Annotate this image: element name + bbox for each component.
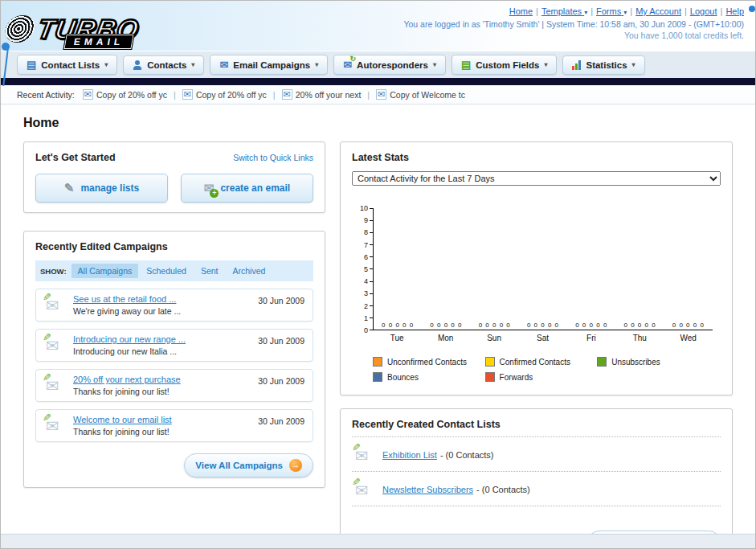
chevron-down-icon: ▾: [584, 9, 587, 16]
chart-y-axis: 10 9 8 7 6 5 4 3 2 1 0: [353, 208, 373, 330]
list-edit-icon: ✉✎: [353, 479, 374, 498]
top-links: Home|Templates ▾|Forms ▾|My Account|Logo…: [403, 6, 744, 16]
envelope-icon: ✉: [182, 89, 193, 100]
recent-activity-item[interactable]: ✉Copy of Welcome tc: [376, 89, 465, 100]
arrow-right-icon: →: [289, 459, 302, 472]
envelope-icon: ✉: [376, 89, 386, 100]
campaign-list-item[interactable]: ✉✎ See us at the retail food ... We're g…: [35, 289, 313, 322]
contact-lists-icon: ▤: [27, 59, 36, 70]
chart-x-axis: Tue Mon Sun Sat Fri Thu Wed: [373, 334, 713, 342]
contact-list-count: - (0 Contacts): [476, 485, 530, 494]
top-link-logout[interactable]: Logout: [690, 6, 717, 16]
campaign-title-link[interactable]: See us at the retail food ...: [73, 294, 250, 304]
chevron-down-icon: ▾: [623, 9, 627, 16]
logo-swoosh-icon: [2, 15, 37, 43]
custom-fields-icon: ▤: [461, 59, 471, 70]
recent-contact-lists-panel: Recently Created Contact Lists ✉✎ Exhibi…: [340, 408, 733, 549]
contact-list-count: - (0 Contacts): [440, 450, 494, 460]
nav-tab-contacts[interactable]: Contacts ▾: [123, 55, 204, 75]
stats-title: Latest Stats: [352, 152, 721, 163]
campaign-date: 30 Jun 2009: [258, 416, 304, 436]
recent-activity-item[interactable]: ✉20% off your next: [282, 89, 362, 100]
app-logo: TURBO EMAIL: [6, 4, 139, 51]
page-title: Home: [23, 116, 733, 130]
campaign-edit-icon: ✉✎: [44, 334, 65, 354]
legend-item: Unsubscribes: [597, 357, 709, 367]
campaign-subtitle: We're giving away our late ...: [73, 306, 250, 316]
contact-lists-title: Recently Created Contact Lists: [352, 419, 721, 437]
legend-swatch: [373, 357, 382, 367]
nav-tab-custom-fields[interactable]: ▤ Custom Fields ▾: [452, 55, 558, 75]
top-right-area: Home|Templates ▾|Forms ▾|My Account|Logo…: [403, 4, 744, 51]
show-label: SHOW:: [40, 267, 67, 276]
chevron-down-icon: ▾: [544, 61, 547, 68]
campaign-list-item[interactable]: ✉✎ 20% off your next purchase Thanks for…: [35, 369, 313, 402]
recent-activity-item[interactable]: ✉Copy of 20% off yc: [83, 89, 167, 100]
contact-list-link[interactable]: Newsletter Subscribers: [382, 485, 473, 494]
contacts-icon: [133, 60, 142, 70]
top-link-forms[interactable]: Forms ▾: [596, 6, 627, 16]
campaign-date: 30 Jun 2009: [258, 296, 304, 316]
campaign-subtitle: Introducing our new Italia ...: [73, 346, 250, 356]
chart-plot-area: 0 0 0 0 0 0 0 0 0 0 0 0 0 0 0 0 0 0 0 0 …: [373, 208, 713, 330]
tab-archived[interactable]: Archived: [226, 264, 272, 278]
contact-list-item[interactable]: ✉✎ Newsletter Subscribers- (0 Contacts): [352, 472, 721, 506]
campaign-title-link[interactable]: Welcome to our email list: [73, 415, 250, 424]
nav-tab-statistics[interactable]: Statistics ▾: [562, 55, 644, 75]
recent-activity-bar: Recent Activity: ✉Copy of 20% off yc| ✉C…: [1, 85, 755, 104]
legend-swatch: [373, 372, 382, 382]
footer-bar: [1, 534, 755, 548]
nav-tab-contact-lists[interactable]: ▤ Contact Lists ▾: [17, 55, 117, 75]
nav-tab-autoresponders[interactable]: ✉↻ Autoresponders ▾: [333, 55, 446, 75]
manage-lists-button[interactable]: ✎ manage lists: [35, 174, 168, 203]
get-started-panel: Let's Get Started Switch to Quick Links …: [23, 141, 325, 213]
campaign-edit-icon: ✉✎: [44, 375, 65, 394]
app-window: TURBO EMAIL Home|Templates ▾|Forms ▾|My …: [0, 0, 756, 549]
chevron-down-icon: ▾: [104, 61, 108, 68]
campaigns-filter-tabs: SHOW: All Campaigns Scheduled Sent Archi…: [35, 260, 313, 281]
contact-list-item[interactable]: ✉✎ Exhibition List- (0 Contacts): [352, 437, 721, 472]
nav-tab-email-campaigns[interactable]: ✉ Email Campaigns ▾: [210, 55, 328, 75]
recent-activity-item[interactable]: ✉Copy of 20% off yc: [182, 89, 267, 100]
recent-campaigns-panel: Recently Edited Campaigns SHOW: All Camp…: [23, 231, 325, 488]
top-link-templates[interactable]: Templates ▾: [541, 6, 587, 16]
top-link-home[interactable]: Home: [509, 6, 533, 16]
statistics-icon: [572, 60, 581, 70]
list-edit-icon: ✉✎: [353, 445, 374, 464]
legend-swatch: [597, 357, 607, 367]
legend-item: Forwards: [485, 372, 598, 382]
contact-list-link[interactable]: Exhibition List: [382, 450, 437, 460]
campaign-subtitle: Thanks for joining our list!: [73, 387, 250, 396]
campaign-date: 30 Jun 2009: [258, 376, 304, 396]
left-column: Let's Get Started Switch to Quick Links …: [23, 141, 325, 488]
chevron-down-icon: ▾: [433, 61, 436, 68]
legend-swatch: [485, 372, 495, 382]
top-link-my-account[interactable]: My Account: [635, 6, 681, 16]
switch-quick-links-link[interactable]: Switch to Quick Links: [233, 153, 313, 162]
legend-item: Bounces: [373, 372, 485, 382]
legend-item: Unconfirmed Contacts: [373, 357, 485, 367]
campaign-list-item[interactable]: ✉✎ Introducing our new range ... Introdu…: [35, 329, 313, 362]
main-nav: ▤ Contact Lists ▾ Contacts ▾ ✉ Email Cam…: [1, 51, 755, 78]
envelope-icon: ✉: [83, 89, 93, 100]
contact-activity-chart: 10 9 8 7 6 5 4 3 2 1 0: [353, 208, 713, 382]
top-bar: TURBO EMAIL Home|Templates ▾|Forms ▾|My …: [1, 1, 755, 51]
create-email-button[interactable]: ✉+ create an email: [181, 174, 313, 203]
tab-sent[interactable]: Sent: [194, 264, 225, 278]
view-all-campaigns-button[interactable]: View All Campaigns →: [184, 453, 313, 477]
tab-scheduled[interactable]: Scheduled: [140, 264, 193, 278]
main-content: Home Let's Get Started Switch to Quick L…: [1, 104, 755, 549]
login-info: You are logged in as 'Timothy Smith' | S…: [403, 19, 744, 29]
top-link-help[interactable]: Help: [725, 6, 744, 16]
decoration-dot: [749, 6, 755, 12]
legend-item: Confirmed Contacts: [485, 357, 598, 367]
chevron-down-icon: ▾: [191, 61, 194, 68]
tab-all-campaigns[interactable]: All Campaigns: [72, 264, 139, 278]
campaign-title-link[interactable]: 20% off your next purchase: [73, 375, 250, 384]
right-column: Latest Stats Contact Activity for the La…: [340, 141, 733, 549]
campaigns-title: Recently Edited Campaigns: [35, 241, 313, 252]
nav-divider-bar: [1, 78, 755, 85]
stats-period-select[interactable]: Contact Activity for the Last 7 Days: [352, 171, 721, 186]
campaign-list-item[interactable]: ✉✎ Welcome to our email list Thanks for …: [35, 409, 313, 442]
campaign-title-link[interactable]: Introducing our new range ...: [73, 334, 250, 344]
